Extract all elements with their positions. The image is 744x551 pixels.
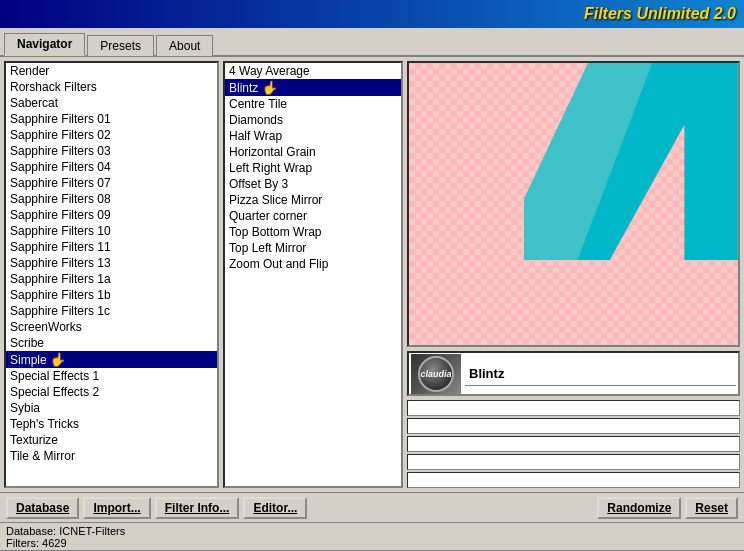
filter-list-item[interactable]: Zoom Out and Flip: [225, 256, 401, 272]
left-list-item[interactable]: Sapphire Filters 1b: [6, 287, 217, 303]
filter-list-item[interactable]: Pizza Slice Mirror: [225, 192, 401, 208]
left-list-item[interactable]: Sapphire Filters 03: [6, 143, 217, 159]
database-button[interactable]: Database: [6, 497, 79, 519]
filters-label: Filters:: [6, 537, 39, 549]
left-list-item[interactable]: Texturize: [6, 432, 217, 448]
left-list-item[interactable]: Sybia: [6, 400, 217, 416]
left-panel: RenderRorshack FiltersSabercatSapphire F…: [4, 61, 219, 488]
filter-list-item[interactable]: Diamonds: [225, 112, 401, 128]
checkerboard-bg: [409, 63, 738, 345]
left-list-item[interactable]: ScreenWorks: [6, 319, 217, 335]
tab-about[interactable]: About: [156, 35, 213, 56]
filter-list-item[interactable]: Top Left Mirror: [225, 240, 401, 256]
tab-presets[interactable]: Presets: [87, 35, 154, 56]
filter-list-item[interactable]: Blintz 👆: [225, 79, 401, 96]
left-list-item[interactable]: Sapphire Filters 1c: [6, 303, 217, 319]
thumbnail-row: claudia Blintz: [407, 351, 740, 396]
reset-button[interactable]: Reset: [685, 497, 738, 519]
main-content: RenderRorshack FiltersSabercatSapphire F…: [0, 57, 744, 492]
left-list-item[interactable]: Sapphire Filters 08: [6, 191, 217, 207]
left-list-item[interactable]: Special Effects 2: [6, 384, 217, 400]
app-title: Filters Unlimited 2.0: [584, 5, 736, 23]
title-bar: Filters Unlimited 2.0: [0, 0, 744, 28]
filter-list-item[interactable]: Left Right Wrap: [225, 160, 401, 176]
info-row-3: [407, 436, 740, 452]
left-list-item[interactable]: Sapphire Filters 11: [6, 239, 217, 255]
filter-list-item[interactable]: Centre Tile: [225, 96, 401, 112]
left-list-item[interactable]: Tile & Mirror: [6, 448, 217, 464]
filter-info-button[interactable]: Filter Info...: [155, 497, 240, 519]
info-row-5: [407, 472, 740, 488]
left-list-item[interactable]: Sapphire Filters 10: [6, 223, 217, 239]
left-list-item[interactable]: Simple 👆: [6, 351, 217, 368]
filter-list-item[interactable]: 4 Way Average: [225, 63, 401, 79]
info-rows: [407, 400, 740, 488]
status-filters: Filters: 4629: [6, 537, 738, 549]
left-list-item[interactable]: Sapphire Filters 02: [6, 127, 217, 143]
database-label: Database:: [6, 525, 56, 537]
selected-filter-name: Blintz: [465, 362, 736, 386]
info-row-2: [407, 418, 740, 434]
thumbnail-globe: claudia: [418, 356, 454, 392]
preview-graphic: [524, 63, 738, 260]
import-button[interactable]: Import...: [83, 497, 150, 519]
left-list-item[interactable]: Sapphire Filters 09: [6, 207, 217, 223]
left-list-item[interactable]: Sapphire Filters 07: [6, 175, 217, 191]
tab-navigator[interactable]: Navigator: [4, 33, 85, 56]
category-list[interactable]: RenderRorshack FiltersSabercatSapphire F…: [4, 61, 219, 488]
thumbnail-label: claudia: [420, 369, 451, 379]
info-row-1: [407, 400, 740, 416]
left-list-item[interactable]: Rorshack Filters: [6, 79, 217, 95]
left-list-item[interactable]: Teph's Tricks: [6, 416, 217, 432]
center-section: 4 Way AverageBlintz 👆Centre TileDiamonds…: [223, 61, 740, 488]
left-list-item[interactable]: Scribe: [6, 335, 217, 351]
thumbnail-icon: claudia: [411, 354, 461, 394]
filter-list-item[interactable]: Horizontal Grain: [225, 144, 401, 160]
left-list-item[interactable]: Sapphire Filters 01: [6, 111, 217, 127]
filter-list-item[interactable]: Quarter corner: [225, 208, 401, 224]
bottom-toolbar: Database Import... Filter Info... Editor…: [0, 492, 744, 522]
preview-area: claudia Blintz: [407, 61, 740, 488]
filter-list-item[interactable]: Top Bottom Wrap: [225, 224, 401, 240]
database-value: ICNET-Filters: [59, 525, 125, 537]
left-list-item[interactable]: Sabercat: [6, 95, 217, 111]
left-list-item[interactable]: Special Effects 1: [6, 368, 217, 384]
preview-image: [407, 61, 740, 347]
filter-list[interactable]: 4 Way AverageBlintz 👆Centre TileDiamonds…: [223, 61, 403, 488]
editor-button[interactable]: Editor...: [243, 497, 307, 519]
status-database: Database: ICNET-Filters: [6, 525, 738, 537]
filter-list-item[interactable]: Offset By 3: [225, 176, 401, 192]
info-row-4: [407, 454, 740, 470]
left-list-item[interactable]: Sapphire Filters 1a: [6, 271, 217, 287]
tab-bar: Navigator Presets About: [0, 28, 744, 57]
filter-list-item[interactable]: Half Wrap: [225, 128, 401, 144]
randomize-button[interactable]: Randomize: [597, 497, 681, 519]
left-list-item[interactable]: Sapphire Filters 04: [6, 159, 217, 175]
filters-value: 4629: [42, 537, 66, 549]
left-list-item[interactable]: Sapphire Filters 13: [6, 255, 217, 271]
left-list-item[interactable]: Render: [6, 63, 217, 79]
status-bar: Database: ICNET-Filters Filters: 4629: [0, 522, 744, 550]
